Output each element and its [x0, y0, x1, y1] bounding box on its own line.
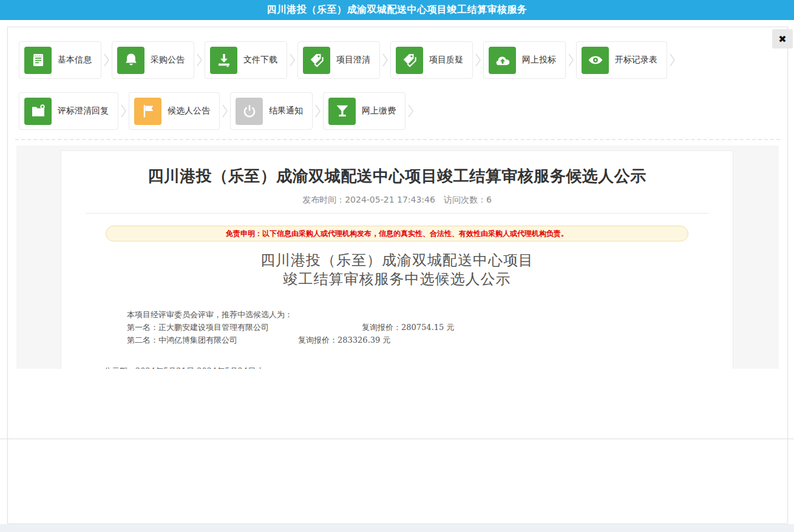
candidate-line: 第一名：正大鹏安建设项目管理有限公司复询报价：280754.15 元 [127, 321, 733, 334]
disclaimer-banner: 免责申明：以下信息由采购人或代理机构发布，信息的真实性、合法性、有效性由采购人或… [106, 226, 688, 241]
tab-basic-info[interactable]: 基本信息 [19, 41, 101, 79]
tab-candidate-announcement[interactable]: 候选人公告 [129, 92, 220, 130]
tab-label: 网上投标 [522, 55, 556, 66]
tab-label: 基本信息 [58, 55, 92, 66]
tab-procurement-notice[interactable]: 采购公告 [112, 41, 194, 79]
intro-line: 本项目经评审委员会评审，推荐中选候选人为： [127, 308, 733, 321]
candidate-line: 第二名：中鸿亿博集团有限公司复询报价：283326.39 元 [127, 334, 733, 346]
page-background-strip [0, 524, 794, 532]
eye-icon [582, 47, 609, 74]
announcement-document: 四川港投（乐至）成渝双城配送中心项目竣工结算审核服务候选人公示 发布时间：202… [61, 150, 733, 369]
close-button[interactable]: ✖ [772, 29, 793, 49]
candidate-price: 复询报价：283326.39 元 [298, 334, 390, 346]
announcement-panel: 四川港投（乐至）成渝双城配送中心项目竣工结算审核服务候选人公示 发布时间：202… [16, 146, 779, 369]
document-heading-line1: 四川港投（乐至）成渝双城配送中心项目 [61, 251, 733, 270]
publicity-period: 公示期，2024年5月21日-2024年5月24日止。 [104, 365, 733, 369]
chevron-right-icon [197, 52, 202, 68]
project-dialog: 基本信息采购公告文件下载项目澄清项目质疑网上投标开标记录表 评标澄清回复候选人公… [7, 27, 788, 524]
tab-project-challenge[interactable]: 项目质疑 [390, 41, 473, 79]
tab-online-payment[interactable]: 网上缴费 [323, 92, 405, 130]
tab-online-bidding[interactable]: 网上投标 [483, 41, 566, 79]
dashed-separator [15, 139, 780, 140]
page-divider [0, 439, 794, 439]
document-body: 本项目经评审委员会评审，推荐中选候选人为： 第一名：正大鹏安建设项目管理有限公司… [61, 308, 733, 369]
document-heading-line2: 竣工结算审核服务中选候选人公示 [61, 270, 733, 289]
bell-icon [117, 47, 144, 74]
power-icon [236, 98, 263, 125]
tab-label: 项目质疑 [429, 55, 463, 66]
candidate-price: 复询报价：280754.15 元 [362, 321, 454, 334]
chevron-right-icon [670, 52, 675, 68]
tag-icon [396, 47, 423, 74]
download-icon [210, 47, 237, 74]
tab-label: 项目澄清 [336, 55, 370, 66]
candidate-company: 第二名：中鸿亿博集团有限公司 [127, 334, 298, 346]
tab-evaluation-clarification-reply[interactable]: 评标澄清回复 [19, 92, 118, 130]
tab-label: 采购公告 [151, 55, 185, 66]
meta-divider [86, 213, 708, 214]
tab-file-download[interactable]: 文件下载 [205, 41, 287, 79]
chevron-right-icon [104, 52, 109, 68]
visits-value: 6 [486, 195, 492, 204]
tab-label: 评标澄清回复 [58, 106, 109, 116]
chevron-right-icon [290, 52, 295, 68]
tab-label: 候选人公告 [168, 106, 210, 116]
chevron-right-icon [568, 52, 574, 68]
announcement-title: 四川港投（乐至）成渝双城配送中心项目竣工结算审核服务候选人公示 [61, 166, 733, 187]
tag-icon [303, 47, 330, 74]
notes-icon [24, 47, 52, 74]
tab-row-2: 评标澄清回复候选人公告结果通知网上缴费 [19, 92, 416, 130]
chevron-right-icon [222, 103, 228, 119]
chevron-right-icon [475, 52, 481, 68]
visits-label: 访问次数： [444, 195, 486, 204]
publish-time-label: 发布时间： [302, 195, 345, 204]
folder-plus-icon [24, 98, 52, 125]
candidate-company: 第一名：正大鹏安建设项目管理有限公司 [127, 321, 362, 334]
tab-result-notice[interactable]: 结果通知 [230, 92, 313, 130]
tab-row-1: 基本信息采购公告文件下载项目澄清项目质疑网上投标开标记录表 [19, 41, 677, 79]
document-heading: 四川港投（乐至）成渝双城配送中心项目 竣工结算审核服务中选候选人公示 [61, 251, 733, 289]
martini-icon [328, 98, 356, 125]
cloud-upload-icon [489, 47, 516, 74]
window-titlebar: 四川港投（乐至）成渝双城配送中心项目竣工结算审核服务 [0, 0, 794, 20]
tab-label: 文件下载 [243, 55, 277, 66]
chevron-right-icon [382, 52, 388, 68]
tab-label: 网上缴费 [362, 106, 396, 116]
flag-icon [134, 98, 161, 125]
tab-project-clarification[interactable]: 项目澄清 [297, 41, 380, 79]
announcement-meta: 发布时间：2024-05-21 17:43:46访问次数：6 [61, 195, 733, 206]
tab-bid-opening-record[interactable]: 开标记录表 [576, 41, 667, 79]
window-title: 四川港投（乐至）成渝双城配送中心项目竣工结算审核服务 [267, 4, 528, 16]
tab-label: 结果通知 [269, 106, 303, 116]
tab-label: 开标记录表 [615, 55, 657, 66]
chevron-right-icon [408, 103, 413, 119]
candidate-list: 第一名：正大鹏安建设项目管理有限公司复询报价：280754.15 元第二名：中鸿… [61, 321, 733, 346]
chevron-right-icon [121, 103, 126, 119]
publish-time-value: 2024-05-21 17:43:46 [345, 195, 435, 204]
chevron-right-icon [315, 103, 321, 119]
